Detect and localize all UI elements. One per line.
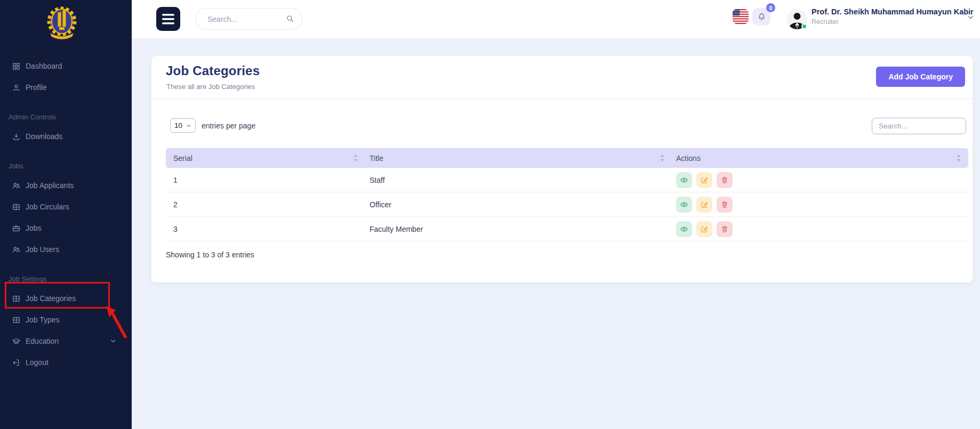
eye-icon	[680, 200, 688, 209]
card-divider	[151, 99, 973, 99]
view-button[interactable]	[676, 197, 692, 213]
sidebar-item-profile[interactable]: Profile	[0, 77, 132, 98]
sidebar-item-label: Job Circulars	[26, 203, 69, 211]
sort-arrows-icon[interactable]	[354, 154, 358, 162]
job-categories-table: Serial Title Actions 1 Staff	[166, 148, 968, 241]
sidebar-item-label: Education	[26, 337, 59, 345]
sidebar-item-label: Profile	[26, 83, 47, 92]
select-chevron-down-icon	[186, 123, 191, 128]
entries-per-page-value: 10	[174, 122, 182, 129]
sidebar-item-logout[interactable]: Logout	[0, 352, 132, 373]
chevron-down-icon	[109, 337, 117, 345]
menu-toggle-button[interactable]	[156, 7, 180, 31]
table-row: 1 Staff	[166, 168, 968, 192]
sidebar-item-label: Logout	[26, 358, 49, 367]
sidebar-item-jobs[interactable]: Jobs	[0, 217, 132, 239]
page-title: Job Categories	[166, 63, 260, 78]
people-icon	[12, 181, 21, 190]
sidebar-item-label: Jobs	[26, 224, 42, 232]
table-row: 2 Officer	[166, 192, 968, 217]
edit-button[interactable]	[696, 172, 712, 188]
global-search	[195, 8, 302, 30]
table-header-serial[interactable]: Serial	[166, 154, 365, 163]
table-header-actions[interactable]: Actions	[672, 154, 968, 163]
user-name[interactable]: Prof. Dr. Sheikh Muhammad Humayun Kabir	[812, 7, 974, 16]
people-icon	[12, 245, 21, 254]
edit-icon	[700, 225, 709, 233]
user-icon	[12, 83, 21, 92]
sidebar-item-job-applicants[interactable]: Job Applicants	[0, 175, 132, 196]
topbar: 0 Prof. Dr. Sheikh Muhammad Humayun Kabi…	[132, 0, 980, 38]
cuet-logo[interactable]	[45, 5, 79, 42]
sidebar-item-label: Job Types	[26, 315, 60, 324]
sidebar-item-downloads[interactable]: Downloads	[0, 126, 132, 147]
language-flag-us[interactable]	[733, 9, 749, 24]
sidebar-item-label: Job Applicants	[26, 181, 74, 190]
edit-icon	[700, 176, 709, 184]
header-label: Serial	[173, 154, 192, 163]
sidebar-item-job-categories[interactable]: Job Categories	[0, 288, 132, 309]
sidebar-nav: Dashboard Profile Admin Controls Downloa…	[0, 55, 132, 373]
entries-per-page-label: entries per page	[202, 122, 255, 130]
sidebar-item-label: Dashboard	[26, 62, 62, 70]
logout-icon	[12, 358, 21, 367]
cuet-logo-icon	[45, 5, 79, 42]
add-job-category-button[interactable]: Add Job Category	[876, 67, 965, 87]
table-footer-summary: Showing 1 to 3 of 3 entries	[166, 250, 254, 259]
table-row: 3 Faculty Member	[166, 217, 968, 241]
cell-title: Faculty Member	[365, 225, 672, 233]
notification-count-badge: 0	[766, 3, 775, 12]
search-icon	[286, 14, 294, 23]
cell-actions	[672, 172, 968, 188]
trash-icon	[720, 225, 729, 233]
sidebar-item-label: Downloads	[26, 132, 62, 141]
table-icon	[12, 315, 21, 325]
user-role: Recruiter	[812, 18, 839, 26]
eye-icon	[680, 176, 688, 184]
header-label: Title	[369, 154, 383, 163]
download-icon	[12, 132, 21, 141]
sidebar-item-job-types[interactable]: Job Types	[0, 309, 132, 330]
sidebar-item-label: Job Categories	[26, 294, 76, 303]
graduation-cap-icon	[12, 337, 21, 346]
sort-arrows-icon[interactable]	[957, 154, 961, 162]
us-flag-icon	[733, 9, 749, 24]
edit-button[interactable]	[696, 221, 712, 237]
table-icon	[12, 294, 21, 303]
main-content: Job Categories These all are Job Categor…	[132, 38, 980, 429]
table-header-title[interactable]: Title	[365, 154, 672, 163]
sidebar-item-dashboard[interactable]: Dashboard	[0, 55, 132, 77]
page-subtitle: These all are Job Categories	[166, 83, 255, 91]
entries-per-page-select[interactable]: 10	[170, 118, 196, 133]
sidebar-section-jobs: Jobs	[0, 158, 132, 175]
user-menu-chevron-down-icon[interactable]	[967, 13, 975, 23]
trash-icon	[720, 200, 729, 209]
delete-button[interactable]	[717, 172, 733, 188]
view-button[interactable]	[676, 172, 692, 188]
edit-icon	[700, 200, 709, 209]
cell-title: Officer	[365, 200, 672, 209]
sort-arrows-icon[interactable]	[660, 154, 664, 162]
delete-button[interactable]	[717, 197, 733, 213]
cell-serial: 1	[166, 176, 365, 184]
table-icon	[12, 203, 21, 212]
table-header-row: Serial Title Actions	[166, 148, 968, 168]
briefcase-icon	[12, 224, 21, 233]
sidebar-item-education[interactable]: Education	[0, 330, 132, 352]
delete-button[interactable]	[717, 221, 733, 237]
table-search	[872, 118, 966, 134]
bell-icon	[757, 12, 766, 21]
sidebar: Dashboard Profile Admin Controls Downloa…	[0, 0, 132, 429]
view-button[interactable]	[676, 221, 692, 237]
cell-serial: 3	[166, 225, 365, 233]
edit-button[interactable]	[696, 197, 712, 213]
online-status-dot	[801, 23, 807, 29]
sidebar-item-job-circulars[interactable]: Job Circulars	[0, 196, 132, 217]
sidebar-item-job-users[interactable]: Job Users	[0, 239, 132, 260]
cell-actions	[672, 197, 968, 213]
cell-actions	[672, 221, 968, 237]
sidebar-item-label: Job Users	[26, 245, 59, 254]
table-search-input[interactable]	[872, 118, 966, 134]
hamburger-icon	[162, 14, 174, 25]
cell-serial: 2	[166, 200, 365, 209]
